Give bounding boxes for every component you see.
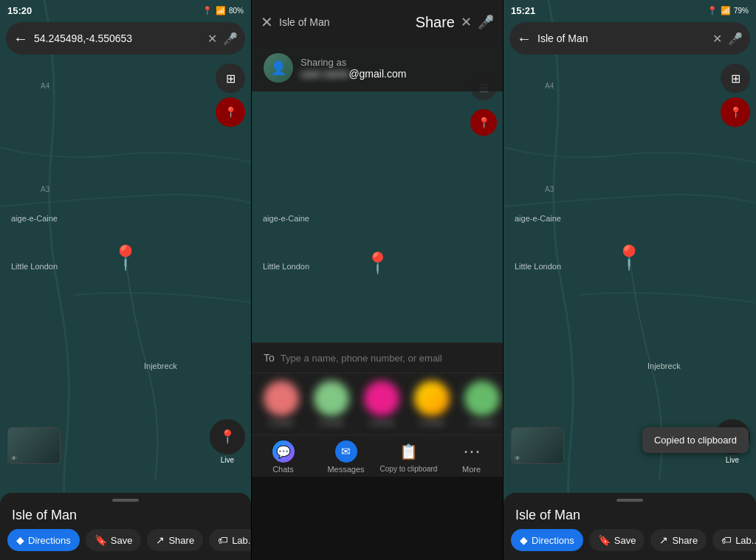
- right-mic-button[interactable]: 🎤: [728, 32, 743, 46]
- left-search-bar[interactable]: ← 54.245498,-4.550653 ✕ 🎤: [6, 22, 245, 55]
- middle-bottom-nav: 💬 Chats ✉ Messages 📋 Copy to clipboard ⋯…: [252, 435, 503, 477]
- middle-panel: 📍 A4 A3 📍 aige-e-Caine Little London Inj…: [252, 0, 503, 560]
- left-save-button[interactable]: 🔖 Save: [86, 529, 142, 551]
- copied-to-clipboard-toast: Copied to clipboard: [642, 427, 749, 453]
- nav-more-label: More: [462, 465, 481, 474]
- left-share-icon: ↗: [156, 534, 165, 546]
- right-directions-button[interactable]: ◆ Directions: [511, 529, 583, 551]
- middle-sharing-as-row: 👤 Sharing as user.name@gmail.com: [252, 44, 503, 91]
- right-map-controls: ⊞ 📍: [721, 63, 750, 127]
- right-share-button[interactable]: ↗ Share: [650, 529, 707, 551]
- nav-more-icon: ⋯: [460, 440, 484, 463]
- left-live-button[interactable]: 📍 Live: [210, 419, 245, 464]
- left-live-label: Live: [221, 456, 234, 464]
- right-label-icon: 🏷: [721, 534, 732, 546]
- svg-rect-0: [0, 0, 251, 560]
- middle-user-info: Sharing as user.name@gmail.com: [300, 57, 491, 80]
- contact-2[interactable]: Contact: [311, 381, 352, 427]
- left-map-thumbnail[interactable]: 👁: [7, 427, 61, 464]
- right-search-text: Isle of Man: [537, 32, 707, 44]
- left-layers-button[interactable]: ⊞: [216, 63, 245, 93]
- left-back-button[interactable]: ←: [13, 30, 28, 47]
- contact-1-avatar: [264, 381, 299, 416]
- nav-messages[interactable]: ✉ Messages: [315, 440, 377, 474]
- contact-2-avatar: [314, 381, 349, 416]
- contact-3[interactable]: Contact: [361, 381, 402, 427]
- left-directions-button[interactable]: ◆ Directions: [7, 529, 80, 551]
- left-map-controls: ⊞ 📍: [216, 63, 245, 127]
- contact-5-avatar: [464, 381, 500, 416]
- middle-share-header: ✕ Isle of Man Share ✕ 🎤: [252, 0, 503, 44]
- right-status-bar: 15:21 📍📶 79%: [504, 0, 756, 21]
- left-share-button[interactable]: ↗ Share: [147, 529, 203, 551]
- right-layers-button[interactable]: ⊞: [721, 63, 750, 93]
- middle-close-x-left[interactable]: ✕: [261, 13, 273, 31]
- left-status-bar: 15:20 📍 📶 80%: [0, 0, 251, 21]
- contact-3-avatar: [364, 381, 399, 416]
- left-directions-label: Directions: [28, 535, 71, 546]
- messages-icon: ✉: [335, 440, 357, 463]
- left-label-icon: 🏷: [218, 534, 228, 546]
- left-clear-button[interactable]: ✕: [207, 32, 217, 46]
- left-save-label: Save: [111, 535, 133, 546]
- left-mic-button[interactable]: 🎤: [223, 32, 238, 46]
- nav-chats[interactable]: 💬 Chats: [252, 440, 315, 474]
- nav-copy[interactable]: 📋 Copy to clipboard: [377, 440, 440, 474]
- middle-to-input-row[interactable]: To: [252, 342, 503, 373]
- right-save-button[interactable]: 🔖 Save: [589, 529, 645, 551]
- right-panel: A4 A3 15:21 📍📶 79% ← Isle of Man ✕ 🎤 ⊞ 📍…: [504, 0, 756, 560]
- right-map-thumbnail[interactable]: 👁: [511, 427, 564, 464]
- right-save-label: Save: [614, 535, 636, 546]
- left-save-icon: 🔖: [94, 534, 107, 546]
- right-directions-icon: ◆: [520, 534, 528, 546]
- right-directions-label: Directions: [532, 535, 574, 546]
- right-thumb-label: 👁: [515, 455, 520, 462]
- left-place-name: Isle of Man: [0, 505, 251, 529]
- right-share-label: Share: [672, 535, 698, 546]
- middle-user-email: user.name@gmail.com: [300, 68, 491, 80]
- middle-sharing-as-label: Sharing as: [300, 57, 491, 68]
- contact-1-name: Contact: [269, 419, 294, 427]
- middle-map-area: [252, 91, 503, 342]
- contact-1[interactable]: Contact: [261, 381, 302, 427]
- middle-share-title: Share: [416, 14, 455, 31]
- right-place-name: Isle of Man: [504, 505, 756, 529]
- nav-messages-label: Messages: [327, 465, 364, 474]
- svg-rect-7: [504, 0, 755, 560]
- middle-pin-button[interactable]: 📍: [470, 109, 497, 136]
- left-thumb-label: 👁: [11, 455, 17, 462]
- right-search-bar[interactable]: ← Isle of Man ✕ 🎤: [509, 22, 750, 55]
- nav-more[interactable]: ⋯ More: [440, 440, 503, 474]
- left-search-text: 54.245498,-4.550653: [34, 32, 202, 44]
- left-location-pin-button[interactable]: 📍: [216, 97, 245, 127]
- left-map-pin: 📍: [111, 243, 140, 272]
- right-status-icons: 📍📶 79%: [707, 6, 749, 15]
- contact-4-name: Contact: [419, 419, 444, 427]
- middle-to-input[interactable]: [281, 353, 491, 364]
- contact-5[interactable]: Contact: [461, 381, 503, 427]
- svg-text:A3: A3: [545, 185, 554, 193]
- right-clear-button[interactable]: ✕: [712, 32, 722, 46]
- left-live-icon: 📍: [210, 419, 245, 454]
- middle-mic-icon[interactable]: 🎤: [478, 14, 494, 30]
- right-share-icon: ↗: [659, 534, 668, 546]
- right-map-pin: 📍: [614, 243, 644, 272]
- svg-text:A4: A4: [41, 82, 50, 90]
- left-label-text: Lab...: [232, 535, 251, 546]
- right-label-button[interactable]: 🏷 Lab...: [712, 529, 756, 551]
- right-pin-button[interactable]: 📍: [721, 97, 750, 127]
- svg-text:A4: A4: [545, 82, 554, 90]
- nav-chats-label: Chats: [272, 465, 294, 474]
- left-bottom-panel: Isle of Man ◆ Directions 🔖 Save ↗ Share …: [0, 493, 251, 560]
- nav-messages-icon: ✉: [334, 440, 358, 463]
- contact-4-avatar: [414, 381, 450, 416]
- right-back-button[interactable]: ←: [517, 30, 532, 47]
- left-label-button[interactable]: 🏷 Lab...: [209, 529, 251, 551]
- right-save-icon: 🔖: [598, 534, 611, 546]
- left-status-icons: 📍 📶 80%: [202, 6, 244, 15]
- contact-3-name: Contact: [369, 419, 394, 427]
- middle-to-label: To: [264, 352, 275, 364]
- contact-4[interactable]: Contact: [411, 381, 453, 427]
- middle-close-x-right[interactable]: ✕: [461, 14, 472, 30]
- right-action-buttons: ◆ Directions 🔖 Save ↗ Share 🏷 Lab...: [504, 529, 756, 560]
